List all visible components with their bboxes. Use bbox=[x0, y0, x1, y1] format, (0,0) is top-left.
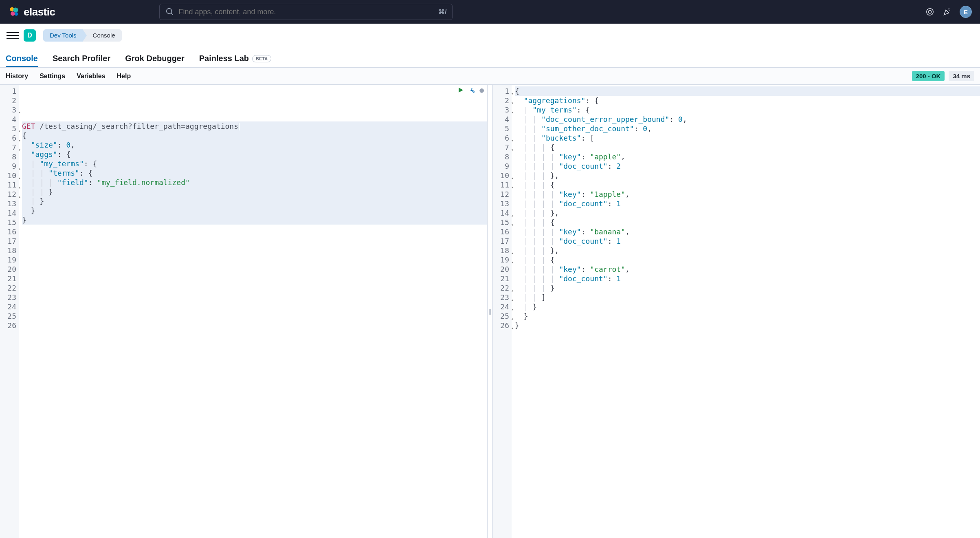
beta-badge: BETA bbox=[252, 55, 271, 62]
tab-grok-debugger[interactable]: Grok Debugger bbox=[125, 54, 185, 67]
tab-search-profiler[interactable]: Search Profiler bbox=[53, 54, 110, 67]
top-header: elastic ⌘/ E bbox=[0, 0, 980, 24]
response-gutter: 1▾2▾3▾456▾7▾8910▴11▾121314▴15▾161718▴19▾… bbox=[493, 85, 512, 538]
svg-point-6 bbox=[927, 9, 934, 15]
console-menu: History Settings Variables Help 200 - OK… bbox=[0, 68, 980, 85]
svg-point-2 bbox=[11, 11, 15, 16]
play-icon[interactable] bbox=[457, 87, 464, 93]
pane-splitter[interactable]: || bbox=[487, 85, 493, 538]
menu-help[interactable]: Help bbox=[117, 73, 131, 80]
response-status: 200 - OK bbox=[912, 71, 945, 81]
request-editor[interactable]: ● GET /test_casing/_search?filter_path=a… bbox=[19, 85, 487, 538]
editor-split: 123▾45▾6▾7▾89▴10▴11▴12▴13141516171819202… bbox=[0, 85, 980, 538]
logo[interactable]: elastic bbox=[8, 6, 55, 18]
elastic-logo-icon bbox=[8, 6, 20, 18]
response-pane: 1▾2▾3▾456▾7▾8910▴11▾121314▴15▾161718▴19▾… bbox=[493, 85, 980, 538]
menu-history[interactable]: History bbox=[6, 73, 28, 80]
menu-settings[interactable]: Settings bbox=[40, 73, 65, 80]
request-gutter: 123▾45▾6▾7▾89▴10▴11▴12▴13141516171819202… bbox=[0, 85, 19, 538]
response-viewer[interactable]: { "aggregations": { | "my_terms": { | | … bbox=[512, 85, 980, 538]
request-pane[interactable]: 123▾45▾6▾7▾89▴10▴11▴12▴13141516171819202… bbox=[0, 85, 487, 538]
search-icon bbox=[165, 7, 174, 16]
nav-toggle-button[interactable] bbox=[7, 29, 19, 42]
svg-point-4 bbox=[167, 9, 172, 14]
request-actions: ● bbox=[457, 86, 484, 94]
wrench-icon[interactable] bbox=[468, 86, 475, 94]
collapse-dot-icon[interactable]: ● bbox=[479, 86, 484, 94]
search-shortcut: ⌘/ bbox=[438, 8, 446, 16]
space-selector[interactable]: D bbox=[24, 29, 36, 42]
svg-point-3 bbox=[15, 12, 18, 16]
newsfeed-icon[interactable] bbox=[925, 7, 934, 16]
breadcrumb-console[interactable]: Console bbox=[83, 29, 122, 42]
breadcrumb-row: D Dev Tools Console bbox=[0, 24, 980, 47]
menu-variables[interactable]: Variables bbox=[77, 73, 105, 80]
logo-text: elastic bbox=[24, 6, 55, 18]
response-time: 34 ms bbox=[949, 71, 974, 81]
tab-painless-lab[interactable]: Painless LabBETA bbox=[199, 54, 271, 67]
user-avatar[interactable]: E bbox=[960, 6, 972, 18]
header-right: E bbox=[925, 6, 972, 18]
breadcrumb-dev-tools[interactable]: Dev Tools bbox=[43, 29, 83, 42]
tabs: Console Search Profiler Grok Debugger Pa… bbox=[0, 47, 980, 68]
search-input[interactable] bbox=[178, 8, 434, 16]
tab-console[interactable]: Console bbox=[6, 54, 38, 67]
svg-point-7 bbox=[928, 10, 931, 13]
svg-line-5 bbox=[171, 13, 173, 15]
celebration-icon[interactable] bbox=[943, 7, 951, 16]
global-search[interactable]: ⌘/ bbox=[159, 4, 453, 20]
breadcrumb: Dev Tools Console bbox=[43, 29, 122, 42]
